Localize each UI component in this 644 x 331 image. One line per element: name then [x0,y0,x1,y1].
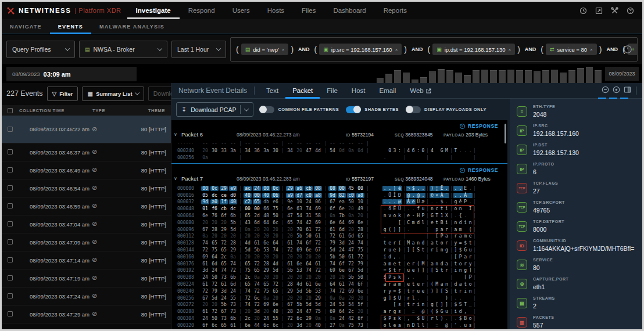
tab-text[interactable]: Text [259,83,285,99]
meta-value[interactable]: 6 [533,168,536,175]
topnav-item-dashboard[interactable]: Dashboard [324,2,374,19]
packet-hex-view[interactable]: RESPONSE∨Packet 608/09/2023 03:46:22.273… [171,120,507,329]
topnav-item-files[interactable]: Files [293,2,324,19]
meta-item-community-id[interactable]: IDCOMMUNITY.ID1:164AKKAjQ+srFKiYMJD/MHT6… [510,236,642,256]
event-row[interactable]: 08/09/2023 03:47:24 am⊘80 [HTTP] [2,287,171,305]
query-pill-ip-dst[interactable]: ▣ip.dst = 192.168.157.130× [432,44,515,55]
event-timeline-histogram[interactable] [377,64,603,83]
row-checkbox[interactable] [8,275,13,280]
query-filter-box[interactable]: (▤did = 'nwp'×)AND(▣ip.src = 192.168.157… [230,37,638,62]
remove-pill-icon[interactable]: × [590,47,593,52]
meta-value[interactable]: 80 [533,264,540,271]
remove-pill-icon[interactable]: × [509,47,511,52]
time-range-dropdown[interactable]: Last 1 Hour [171,41,226,58]
meta-item-service[interactable]: ≋SERVICE80 [510,256,642,275]
meta-toggle-icon[interactable] [613,85,620,96]
topnav-item-users[interactable]: Users [224,2,259,19]
meta-item-eth-type[interactable]: ≡ETH.TYPE2048 [510,102,642,121]
meta-item-tcp-srcport[interactable]: TCPTCP.SRCPORT49765 [510,198,642,217]
topnav-item-investigate[interactable]: Investigate [127,2,180,19]
clock-icon[interactable] [579,7,587,15]
packet-header[interactable]: ∨Packet 708/09/2023 03:46:22.283 amID 55… [171,175,507,183]
meta-item-packets[interactable]: ▥PACKETS557 [510,313,642,329]
overview-toggle-icon[interactable] [602,85,609,96]
meta-item-streams[interactable]: ▤STREAMS2 [510,294,642,313]
meta-value[interactable]: 49765 [533,207,550,214]
event-row[interactable]: 08/09/2023 03:47:04 am⊘80 [HTTP] [2,215,171,233]
netwitness-logo[interactable]: NETWITNESS | Platform XDR [2,6,127,15]
row-checkbox[interactable] [8,149,13,154]
subnav-item-navigate[interactable]: NAVIGATE [2,19,50,34]
meta-value[interactable]: 192.168.157.160 [533,130,579,137]
meta-value[interactable]: 1:164AKKAjQ+srFKiYMJD/MHT6BfI= [533,245,634,252]
toggle-common-file-patterns[interactable]: COMMON FILE PATTERNS [259,106,339,113]
remove-pill-icon[interactable]: × [282,47,285,52]
query-console-icon[interactable] [623,45,632,56]
help-icon[interactable] [627,7,634,15]
meta-value[interactable]: 192.168.157.130 [533,149,579,156]
query-profiles-dropdown[interactable]: Query Profiles [6,41,75,58]
layout-column-icon[interactable] [624,85,631,96]
event-row[interactable]: 08/09/2023 03:47:19 am⊘80 [HTTP] [2,269,171,287]
event-row[interactable]: 08/09/2023 03:47:09 am⊘80 [HTTP] [2,233,171,251]
event-row[interactable]: 08/09/2023 03:46:22 am⊘80 [HTTP] [2,116,171,143]
meta-item-ip-dst[interactable]: IPIP.DST192.168.157.130 [510,141,642,160]
meta-item-tcp-flags[interactable]: TCPTCP.FLAGS27 [510,179,642,198]
export-window-icon[interactable] [595,7,603,15]
event-row[interactable]: 08/09/2023 03:46:54 am⊘80 [HTTP] [2,179,171,197]
meta-item-ip-proto[interactable]: IPIP.PROTO6 [510,160,642,179]
toggle-switch[interactable] [259,106,274,113]
event-row[interactable]: 08/09/2023 03:46:37 am⊘80 [HTTP] [2,143,171,161]
row-checkbox[interactable] [8,293,13,298]
row-checkbox[interactable] [8,311,13,316]
row-checkbox[interactable] [8,221,13,226]
row-checkbox[interactable] [8,167,13,172]
meta-value[interactable]: 8000 [533,226,546,233]
query-pill-did[interactable]: ▤did = 'nwp'× [241,44,289,55]
toggle-display-payloads-only[interactable]: DISPLAY PAYLOADS ONLY [406,106,486,113]
remove-pill-icon[interactable]: × [395,47,398,52]
tools-icon[interactable] [611,7,618,15]
query-pill-service[interactable]: ⇄service = 80× [546,44,597,55]
download-pcap-button[interactable]: ↧ Download PCAP [176,102,253,117]
toggle-switch[interactable] [346,106,361,113]
filter-button[interactable]: ▽Filter [47,87,78,101]
topnav-item-reports[interactable]: Reports [375,2,416,19]
collapse-chevron-icon[interactable]: ∨ [174,132,177,137]
meta-value[interactable]: 2048 [533,111,546,118]
meta-item-tcp-dstport[interactable]: TCPTCP.DSTPORT8000 [510,217,642,236]
meta-value[interactable]: 27 [533,188,540,195]
tab-packet[interactable]: Packet [285,83,320,99]
subnav-item-events[interactable]: EVENTS [50,19,91,34]
meta-value[interactable]: eth1 [533,283,545,290]
hex-byte: 5b [253,247,261,253]
select-all-checkbox[interactable] [8,108,13,113]
row-checkbox[interactable] [8,239,13,244]
tab-host[interactable]: Host [345,83,373,99]
row-checkbox[interactable] [8,257,13,262]
meta-item-ip-src[interactable]: IPIP.SRC192.168.157.160 [510,121,642,141]
tab-web[interactable]: Web [403,83,438,99]
tab-file[interactable]: File [320,83,345,99]
row-checkbox[interactable] [8,127,13,132]
packet-header[interactable]: ∨Packet 608/09/2023 03:46:22.273 amID 55… [171,131,507,139]
row-checkbox[interactable] [8,203,13,208]
topnav-item-hosts[interactable]: Hosts [259,2,293,19]
subnav-item-malware-analysis[interactable]: MALWARE ANALYSIS [91,19,173,34]
meta-value[interactable]: 557 [533,322,543,329]
event-row[interactable]: 08/09/2023 03:46:49 am⊘80 [HTTP] [2,161,171,179]
event-row[interactable]: 08/09/2023 03:47:29 am⊘80 [HTTP] [2,305,171,323]
toggle-shade-bytes[interactable]: SHADE BYTES [346,106,399,113]
broker-dropdown[interactable]: ▤NWSA - Broker [79,41,167,58]
event-row[interactable]: 08/09/2023 03:47:14 am⊘80 [HTTP] [2,251,171,269]
tab-email[interactable]: Email [373,83,403,99]
view-selector-dropdown[interactable]: ▦Summary List [82,87,144,101]
row-checkbox[interactable] [8,185,13,190]
collapse-chevron-icon[interactable]: ∨ [174,176,177,181]
topnav-item-respond[interactable]: Respond [180,2,224,19]
event-row[interactable]: 08/09/2023 03:46:59 am⊘80 [HTTP] [2,197,171,215]
query-pill-ip-src[interactable]: ▣ip.src = 192.168.157.160× [319,44,402,55]
meta-item-capture-port[interactable]: ⚙CAPTURE.PORTeth1 [510,275,642,294]
toggle-switch[interactable] [406,106,421,113]
meta-value[interactable]: 2 [533,303,536,310]
